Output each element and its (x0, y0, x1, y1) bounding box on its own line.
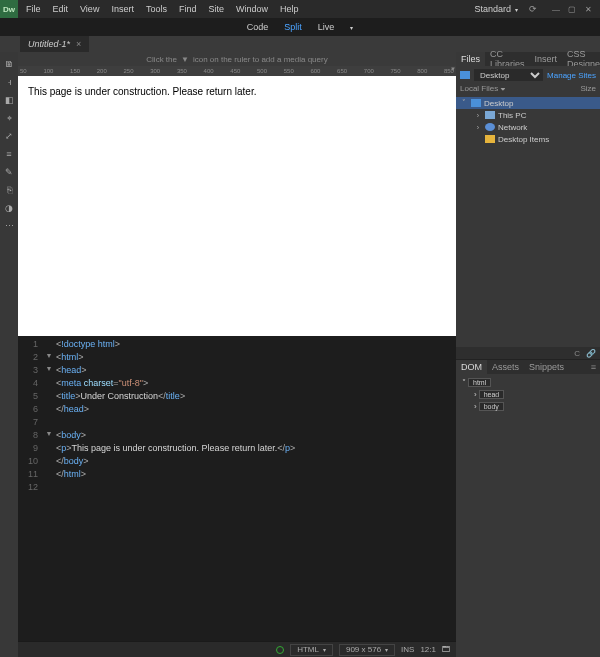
cursor-pos: 12:1 (420, 645, 436, 654)
view-code[interactable]: Code (243, 20, 273, 34)
menu-find[interactable]: Find (173, 1, 203, 17)
preview-paragraph: This page is under construction. Please … (28, 86, 256, 97)
comment-icon[interactable]: ✎ (3, 166, 15, 178)
minimize-button[interactable]: — (548, 3, 564, 15)
titlebar: Dw FileEditViewInsertToolsFindSiteWindow… (0, 0, 600, 18)
left-toolbar: 🗎 ⫞ ◧ ⌖ ⤢ ≡ ✎ ⎘ ◑ ⋯ (0, 52, 18, 657)
close-button[interactable]: ✕ (580, 3, 596, 15)
dom-panel: DOMAssetsSnippets≡ ˅html›head›body (456, 360, 600, 657)
file-mgmt-icon[interactable]: 🗎 (3, 58, 15, 70)
tab-label: Untitled-1* (28, 39, 70, 49)
close-icon[interactable]: × (76, 39, 81, 49)
folder-icon (485, 135, 495, 143)
panel-menu-icon[interactable]: ≡ (587, 362, 600, 372)
view-live[interactable]: Live (314, 20, 339, 34)
files-tree[interactable]: ˅Desktop›This PC›NetworkDesktop Items (456, 97, 600, 145)
panel-tab-assets[interactable]: Assets (487, 360, 524, 374)
menu-view[interactable]: View (74, 1, 105, 17)
expand-icon[interactable]: ⤢ (3, 130, 15, 142)
panel-tab-snippets[interactable]: Snippets (524, 360, 569, 374)
overflow-icon[interactable]: 🗔 (442, 645, 450, 654)
col-size: Size (580, 84, 596, 93)
sort-icon: ⏷ (500, 86, 506, 92)
tree-row[interactable]: Desktop Items (456, 133, 600, 145)
live-icon[interactable]: ◧ (3, 94, 15, 106)
menu-insert[interactable]: Insert (105, 1, 140, 17)
status-ok-icon (276, 646, 284, 654)
sync-icon[interactable]: ⟳ (526, 2, 540, 16)
panel-tab-insert[interactable]: Insert (530, 52, 563, 66)
color-icon[interactable]: ◑ (3, 202, 15, 214)
dims-selector[interactable]: 909 x 576▾ (339, 644, 395, 656)
dom-panel-tabs: DOMAssetsSnippets≡ (456, 360, 600, 374)
chevron-down-icon[interactable]: ▾ (346, 22, 357, 33)
net-icon (485, 123, 495, 131)
ruler-marker-icon[interactable]: ▼ (450, 66, 456, 72)
split-icon[interactable]: ⫞ (3, 76, 15, 88)
files-panel: FilesCC LibrariesInsertCSS Designer≡ Des… (456, 52, 600, 360)
format-icon[interactable]: ≡ (3, 148, 15, 160)
status-bar: HTML▾ 909 x 576▾ INS 12:1 🗔 (18, 641, 456, 657)
col-localfiles: Local Files ⏷ (460, 84, 580, 93)
tree-row[interactable]: ›This PC (456, 109, 600, 121)
link-icon[interactable]: 🔗 (586, 349, 596, 358)
maximize-button[interactable]: ▢ (564, 3, 580, 15)
drive-icon (471, 99, 481, 107)
menu-tools[interactable]: Tools (140, 1, 173, 17)
workspace-label: Standard (474, 4, 511, 14)
menu-help[interactable]: Help (274, 1, 305, 17)
app-logo: Dw (0, 0, 18, 18)
design-view[interactable]: This page is under construction. Please … (18, 76, 456, 336)
inspect-icon[interactable]: ⌖ (3, 112, 15, 124)
dom-tree[interactable]: ˅html›head›body (456, 374, 600, 414)
source-selector[interactable]: Desktop (474, 69, 543, 81)
menu-edit[interactable]: Edit (47, 1, 75, 17)
chevron-down-icon: ▾ (515, 6, 518, 13)
workspace-selector[interactable]: Standard ▾ (474, 4, 518, 14)
menu-site[interactable]: Site (202, 1, 230, 17)
media-query-hint: Click the ▼ icon on the ruler to add a m… (18, 52, 456, 66)
menu-file[interactable]: File (20, 1, 47, 17)
manage-sites-link[interactable]: Manage Sites (547, 71, 596, 80)
main-menu: FileEditViewInsertToolsFindSiteWindowHel… (20, 1, 304, 17)
folder-icon (460, 71, 470, 79)
document-tab[interactable]: Untitled-1* × (20, 36, 89, 52)
files-panel-tabs: FilesCC LibrariesInsertCSS Designer≡ (456, 52, 600, 66)
dom-row[interactable]: ˅html (460, 376, 596, 388)
menu-window[interactable]: Window (230, 1, 274, 17)
collapse-icon[interactable]: ⎘ (3, 184, 15, 196)
marker-icon: ▼ (181, 55, 189, 64)
view-mode-bar: Code Split Live ▾ (0, 18, 600, 36)
refresh-icon[interactable]: C (574, 349, 580, 358)
tree-row[interactable]: ›Network (456, 121, 600, 133)
panel-tab-files[interactable]: Files (456, 52, 485, 66)
pc-icon (485, 111, 495, 119)
view-split[interactable]: Split (280, 20, 306, 34)
insert-mode: INS (401, 645, 414, 654)
lang-selector[interactable]: HTML▾ (290, 644, 333, 656)
panel-tab-dom[interactable]: DOM (456, 360, 487, 374)
code-view[interactable]: 123456789101112 ▼▼▼ <!doctype html><html… (18, 336, 456, 641)
more-icon[interactable]: ⋯ (3, 220, 15, 232)
dom-row[interactable]: ›head (460, 388, 596, 400)
tree-row[interactable]: ˅Desktop (456, 97, 600, 109)
ruler[interactable]: 5010015020025030035040045050055060065070… (18, 66, 456, 76)
dom-row[interactable]: ›body (460, 400, 596, 412)
